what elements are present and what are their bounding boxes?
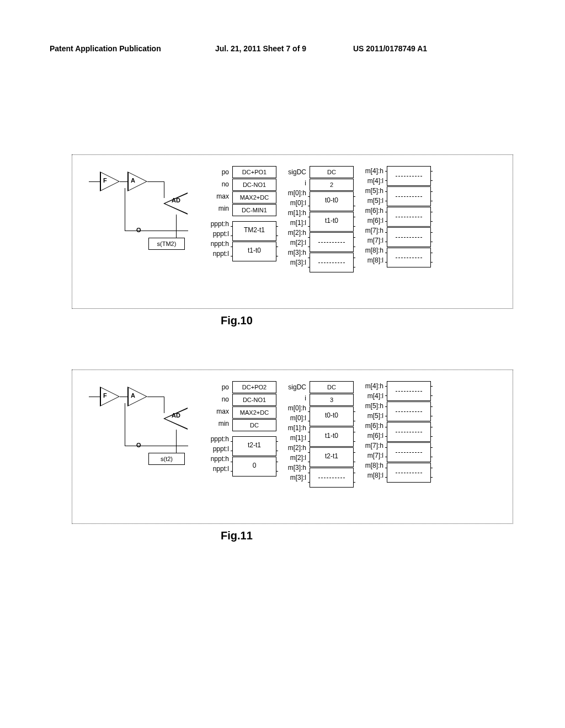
s-box: s(t2) — [148, 453, 185, 465]
col1-boxes: DC+PO1 DC-NO1 MAX2+DC DC-MIN1 TM2-t1 t1-… — [232, 166, 276, 262]
col3-labels: m[4]:h m[4]:l m[5]:h m[5]:l m[6]:h m[6]:… — [359, 166, 387, 265]
amp-a-label: A — [131, 392, 135, 399]
col3-boxes — [387, 166, 431, 268]
header-left: Patent Application Publication — [50, 44, 161, 53]
ad-label: AD — [172, 412, 180, 419]
header-mid: Jul. 21, 2011 Sheet 7 of 9 — [215, 44, 306, 53]
schematic-fig11: F A AD O s(t2) — [89, 381, 194, 464]
o-label: O — [136, 227, 141, 233]
col2-boxes: DC 3 t0-t0 t1-t0 t2-t1 — [310, 381, 354, 488]
col3-boxes — [387, 381, 431, 483]
col2-labels: sigDC i m[0]:h m[0]:l m[1]:h m[1]:l m[2]… — [282, 381, 310, 483]
figure-10-caption: Fig.10 — [221, 314, 253, 327]
s-box: s(TM2) — [148, 238, 185, 250]
col1-labels: po no max min pppt:h pppt:l nppt:h nppt:… — [205, 381, 232, 474]
ad-label: AD — [172, 197, 180, 204]
figure-11-caption: Fig.11 — [221, 529, 253, 542]
schematic-fig10: F A AD O s(TM2) — [89, 166, 194, 249]
header-right: US 2011/0178749 A1 — [353, 44, 427, 53]
col2-labels: sigDC i m[0]:h m[0]:l m[1]:h m[1]:l m[2]… — [282, 166, 310, 267]
col3-labels: m[4]:h m[4]:l m[5]:h m[5]:l m[6]:h m[6]:… — [359, 381, 387, 480]
col1-boxes: DC+PO2 DC-NO1 MAX2+DC DC t2-t1 0 — [232, 381, 276, 477]
o-label: O — [136, 442, 141, 448]
col2-boxes: DC 2 t0-t0 t1-t0 — [310, 166, 354, 273]
amp-f-label: F — [103, 392, 107, 399]
amp-f-label: F — [103, 177, 107, 184]
figure-10: F A AD O s(TM2) po no max min pppt:h ppp… — [72, 154, 513, 309]
col1-labels: po no max min pppt:h pppt:l nppt:h nppt:… — [205, 166, 232, 259]
figure-11: F A AD O s(t2) po no max min pppt:h pppt… — [72, 370, 513, 524]
amp-a-label: A — [131, 177, 135, 184]
